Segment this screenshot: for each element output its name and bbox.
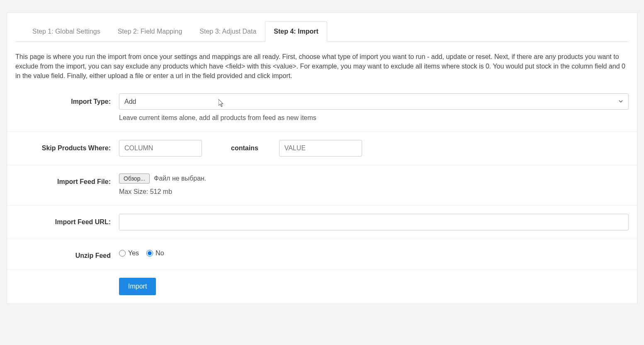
- unzip-yes-label: Yes: [128, 248, 139, 258]
- label-skip-products: Skip Products Where:: [15, 140, 119, 153]
- unzip-no-label: No: [156, 248, 164, 258]
- feed-url-input[interactable]: [119, 214, 629, 230]
- row-submit: Import: [7, 269, 637, 303]
- import-type-help: Leave current items alone, add all produ…: [119, 113, 629, 123]
- label-unzip-feed: Unzip Feed: [15, 247, 119, 261]
- page-description: This page is where you run the import fr…: [7, 42, 637, 85]
- file-status-text: Файл не выбран.: [154, 174, 206, 184]
- row-import-type: Import Type: Add Leave current items alo…: [7, 85, 637, 131]
- row-skip-products: Skip Products Where: contains: [7, 131, 637, 165]
- step-tabs: Step 1: Global Settings Step 2: Field Ma…: [15, 21, 629, 42]
- tab-global-settings[interactable]: Step 1: Global Settings: [24, 21, 109, 42]
- tab-adjust-data[interactable]: Step 3: Adjust Data: [191, 21, 265, 42]
- import-button[interactable]: Import: [119, 278, 156, 295]
- label-feed-file: Import Feed File:: [15, 174, 119, 187]
- label-import-type: Import Type:: [15, 93, 119, 107]
- import-type-select[interactable]: Add: [119, 93, 629, 110]
- skip-contains-text: contains: [202, 143, 279, 153]
- browse-button[interactable]: Обзор...: [119, 174, 150, 184]
- label-feed-url: Import Feed URL:: [15, 214, 119, 227]
- tab-field-mapping[interactable]: Step 2: Field Mapping: [109, 21, 191, 42]
- import-form: Import Type: Add Leave current items alo…: [7, 85, 637, 303]
- unzip-yes-radio[interactable]: [119, 250, 126, 257]
- skip-value-input[interactable]: [279, 140, 362, 157]
- unzip-no-radio[interactable]: [146, 250, 153, 257]
- unzip-no-option[interactable]: No: [146, 248, 164, 258]
- tab-import[interactable]: Step 4: Import: [265, 21, 327, 42]
- unzip-yes-option[interactable]: Yes: [119, 248, 139, 258]
- import-panel: Step 1: Global Settings Step 2: Field Ma…: [7, 12, 637, 304]
- row-feed-file: Import Feed File: Обзор... Файл не выбра…: [7, 165, 637, 205]
- max-size-text: Max Size: 512 mb: [119, 187, 629, 197]
- row-unzip-feed: Unzip Feed Yes No: [7, 239, 637, 269]
- skip-column-input[interactable]: [119, 140, 202, 157]
- row-feed-url: Import Feed URL:: [7, 205, 637, 239]
